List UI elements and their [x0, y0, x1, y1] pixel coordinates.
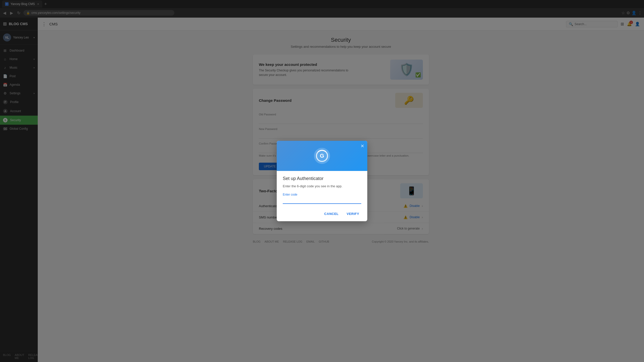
modal-overlay[interactable]: ✕ G Set up Authenticator Enter the 6-dig… — [0, 0, 644, 362]
dialog-body: Set up Authenticator Enter the 6-digit c… — [277, 171, 367, 208]
dialog-code-input[interactable] — [283, 197, 361, 204]
dialog-logo-inner: G — [316, 150, 328, 162]
dialog-title: Set up Authenticator — [283, 176, 361, 181]
dialog-actions: CANCEL VERIFY — [277, 208, 367, 221]
dialog-header: ✕ G — [277, 141, 367, 171]
dialog-cancel-button[interactable]: CANCEL — [322, 210, 341, 217]
dialog-verify-button[interactable]: VERIFY — [345, 210, 361, 217]
dialog-field-label: Enter code — [283, 193, 361, 196]
dialog-description: Enter the 6-digit code you see in the ap… — [283, 184, 361, 189]
google-g-icon: G — [320, 153, 324, 159]
dialog-close-button[interactable]: ✕ — [360, 143, 364, 149]
dialog-logo: G — [314, 148, 330, 164]
authenticator-dialog: ✕ G Set up Authenticator Enter the 6-dig… — [277, 141, 367, 221]
